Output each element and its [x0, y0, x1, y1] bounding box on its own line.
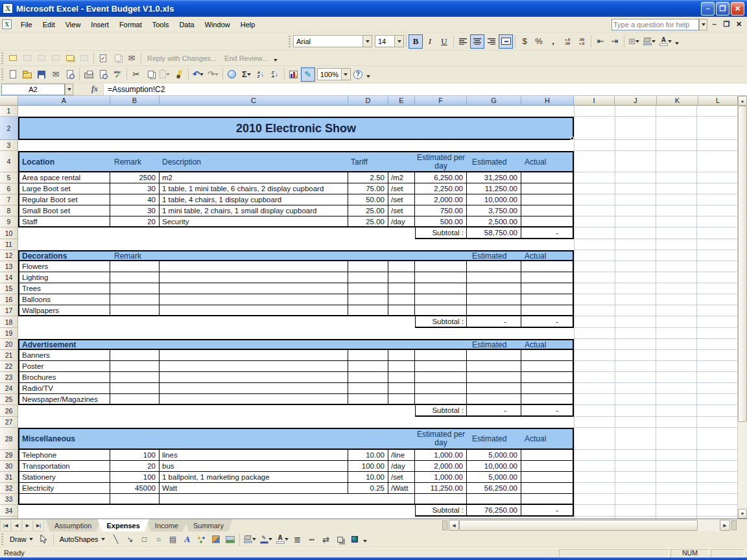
cell-item[interactable]: Flowers	[18, 261, 110, 272]
fill-color-button[interactable]	[641, 34, 658, 49]
format-painter-button[interactable]	[172, 67, 186, 82]
currency-button[interactable]: $	[517, 34, 532, 49]
cell-range[interactable]	[574, 228, 738, 239]
row-header[interactable]: 26	[0, 405, 18, 417]
spelling-button[interactable]: abc✓	[110, 67, 124, 82]
cell-tariff[interactable]: 100.00	[348, 461, 388, 472]
tab-assumption[interactable]: Assumption	[45, 519, 101, 531]
column-header-k[interactable]: K	[657, 96, 698, 106]
cell-item[interactable]: Brochures	[18, 372, 110, 383]
cell-estimated[interactable]	[467, 294, 521, 305]
cell-unit[interactable]	[388, 350, 415, 361]
decrease-decimal-button[interactable]: .00+.0	[575, 34, 589, 49]
cell-remark[interactable]	[110, 283, 160, 294]
cell-tariff[interactable]: 0.25	[348, 483, 388, 494]
cell-per-day[interactable]	[415, 494, 467, 505]
cell-range[interactable]	[574, 117, 738, 140]
cell-unit[interactable]	[388, 294, 415, 305]
tab-summary[interactable]: Summary	[184, 519, 233, 531]
align-center-button[interactable]	[470, 34, 484, 49]
name-box[interactable]	[1, 84, 65, 95]
cell-range[interactable]	[574, 106, 738, 117]
cell-unit[interactable]	[388, 305, 415, 316]
cell-tariff[interactable]	[348, 383, 388, 394]
cell-range[interactable]	[18, 228, 415, 239]
cell-remark[interactable]: 2500	[110, 172, 160, 183]
cell-actual[interactable]	[521, 350, 574, 361]
cell-range[interactable]	[18, 140, 574, 151]
borders-button[interactable]: ⊞	[626, 34, 641, 49]
cell-unit[interactable]: /day	[388, 461, 415, 472]
line-color-dropdown-icon[interactable]	[268, 538, 272, 542]
cell-estimated[interactable]: 2,500.00	[467, 216, 521, 228]
decrease-indent-button[interactable]: ⇤	[593, 34, 608, 49]
row-header[interactable]: 17	[0, 305, 18, 316]
cell-actual[interactable]	[521, 283, 574, 294]
cell-item[interactable]: Lighting	[18, 272, 110, 283]
subtotal-label[interactable]: Subtotal :	[415, 405, 467, 417]
cell-unit[interactable]	[388, 383, 415, 394]
cell-item[interactable]: Banners	[18, 350, 110, 361]
cell-description[interactable]: 1 mini table, 2 chairs, 1 small display …	[160, 205, 348, 216]
cell-estimated[interactable]	[467, 394, 521, 405]
cell-range[interactable]	[18, 239, 574, 250]
help-question-input[interactable]	[611, 19, 699, 30]
cell-description[interactable]	[160, 394, 348, 405]
cell-item[interactable]: Area space rental	[18, 172, 110, 183]
toolbar-options-icon[interactable]	[365, 67, 372, 82]
row-header[interactable]: 31	[0, 472, 18, 483]
cell-range[interactable]	[574, 405, 738, 417]
cell-estimated[interactable]	[467, 283, 521, 294]
cell-tariff[interactable]: 25.00	[348, 216, 388, 228]
row-header[interactable]: 14	[0, 272, 18, 283]
cell-range[interactable]	[574, 361, 738, 372]
cell-remark[interactable]	[110, 294, 160, 305]
fill-color-dropdown-icon[interactable]	[652, 40, 656, 45]
cell-description[interactable]	[160, 283, 348, 294]
cell-remark[interactable]	[110, 394, 160, 405]
cell-per-day[interactable]	[415, 283, 467, 294]
cell-per-day[interactable]	[415, 272, 467, 283]
cell-unit[interactable]	[388, 361, 415, 372]
cell-tariff[interactable]	[348, 394, 388, 405]
insert-picture-button[interactable]	[223, 532, 237, 546]
formula-input[interactable]: =Assumption!C2	[103, 84, 747, 95]
toolbar-options-icon[interactable]	[674, 34, 681, 49]
draw-menu-button[interactable]: Draw	[6, 534, 37, 544]
cell-per-day[interactable]: 6,250.00	[415, 172, 467, 183]
cell-actual[interactable]	[521, 461, 574, 472]
cell-estimated[interactable]: 10,000.00	[467, 194, 521, 205]
cell-item[interactable]: Trees	[18, 283, 110, 294]
column-header-b[interactable]: B	[110, 96, 160, 106]
cell-description[interactable]: lines	[160, 450, 348, 461]
cell-tariff[interactable]: 2.50	[348, 172, 388, 183]
help-dropdown-icon[interactable]	[699, 19, 707, 30]
cell-range[interactable]	[574, 239, 738, 250]
next-comment-button[interactable]	[34, 51, 49, 65]
arrow-button[interactable]: ↘	[123, 532, 137, 546]
cell-remark[interactable]: 100	[110, 472, 160, 483]
cell-item[interactable]: Newspaper/Magazines	[18, 394, 110, 405]
column-header-d[interactable]: D	[348, 96, 388, 106]
show-comment-button[interactable]	[49, 51, 63, 65]
cell-range[interactable]	[574, 328, 738, 339]
row-header[interactable]: 5	[0, 172, 18, 183]
cell-actual[interactable]	[521, 450, 574, 461]
toolbar-grip[interactable]	[1, 69, 3, 80]
cell-tariff[interactable]	[348, 283, 388, 294]
cell-range[interactable]	[18, 106, 574, 117]
cell-per-day[interactable]	[415, 361, 467, 372]
location-section-header[interactable]: Location Remark Description Tariff Estim…	[18, 151, 574, 172]
align-left-button[interactable]	[456, 34, 470, 49]
cell-remark[interactable]: 40	[110, 194, 160, 205]
first-sheet-icon[interactable]: |◀	[0, 519, 11, 531]
cell-estimated[interactable]	[467, 305, 521, 316]
cell-range[interactable]	[18, 505, 415, 517]
cell-range[interactable]	[574, 372, 738, 383]
cell-item[interactable]: Electricity	[18, 483, 110, 494]
cell-item[interactable]	[18, 494, 110, 505]
cell-per-day[interactable]	[415, 261, 467, 272]
cell-estimated[interactable]	[467, 383, 521, 394]
menu-tools[interactable]: Tools	[147, 18, 174, 31]
cell-tariff[interactable]	[348, 294, 388, 305]
